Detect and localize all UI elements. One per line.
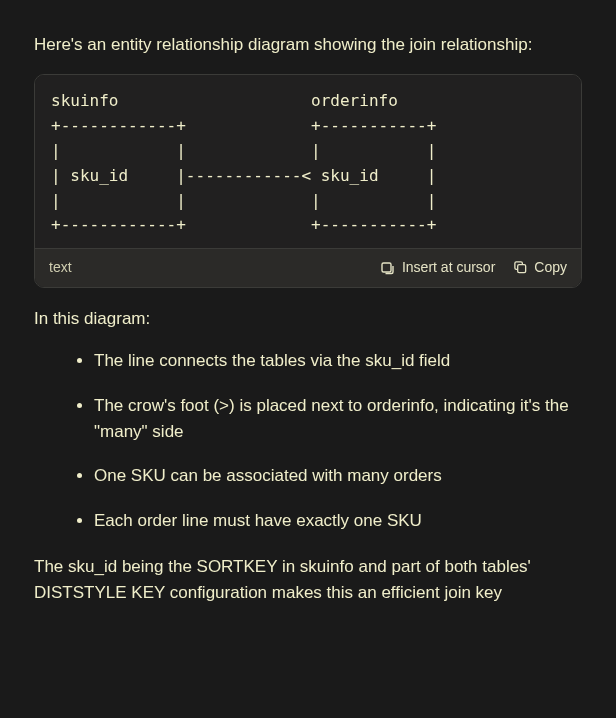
code-footer: text Insert at cursor Copy [35, 248, 581, 287]
section-lead: In this diagram: [34, 306, 582, 332]
insert-at-cursor-button[interactable]: Insert at cursor [380, 257, 495, 279]
list-item: The crow's foot (>) is placed next to or… [94, 393, 582, 446]
list-item: Each order line must have exactly one SK… [94, 508, 582, 534]
code-content: skuinfo orderinfo +------------+ +------… [35, 75, 581, 248]
copy-label: Copy [534, 257, 567, 279]
bullet-list: The line connects the tables via the sku… [34, 348, 582, 534]
svg-rect-0 [382, 263, 391, 272]
list-item: One SKU can be associated with many orde… [94, 463, 582, 489]
code-lang-label: text [49, 257, 72, 279]
insert-icon [380, 260, 396, 276]
copy-icon [513, 260, 528, 275]
intro-text: Here's an entity relationship diagram sh… [34, 32, 582, 58]
copy-button[interactable]: Copy [513, 257, 567, 279]
svg-rect-1 [518, 265, 526, 273]
code-block: skuinfo orderinfo +------------+ +------… [34, 74, 582, 287]
list-item: The line connects the tables via the sku… [94, 348, 582, 374]
insert-label: Insert at cursor [402, 257, 495, 279]
outro-text: The sku_id being the SORTKEY in skuinfo … [34, 554, 582, 607]
